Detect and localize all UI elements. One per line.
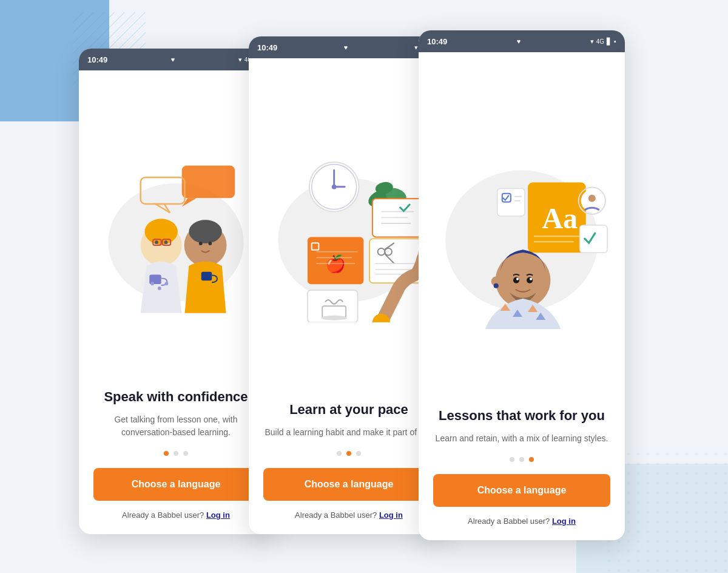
phone-1-dots (164, 451, 188, 456)
svg-point-12 (164, 241, 168, 245)
phone-3-dot-2[interactable] (519, 457, 524, 462)
phone-2-dot-3[interactable] (356, 451, 361, 456)
svg-point-30 (332, 185, 337, 189)
phone-1-illustration (93, 83, 258, 379)
phone-1-time: 10:49 (87, 55, 107, 64)
svg-point-75 (516, 277, 519, 280)
phone-2-login-link[interactable]: Log in (379, 510, 403, 520)
svg-point-76 (530, 277, 532, 280)
phones-container: 10:49 ♥ ▾ 4G ▋ ▪ (30, 30, 698, 555)
phone-1-content: Speak with confidence Get talking from l… (79, 70, 273, 534)
phone-2-cta-button[interactable]: Choose a language (263, 468, 434, 501)
svg-rect-24 (201, 272, 212, 281)
phone-3-heart-icon: ♥ (517, 38, 521, 45)
phone-1-title: Speak with confidence (104, 388, 248, 406)
phone-3-signal-icon: ▋ (607, 38, 612, 46)
phone-3-status-icons: ▾ 4G ▋ ▪ (590, 38, 616, 46)
phone-1-dot-1[interactable] (164, 451, 169, 456)
phone-3-dot-1[interactable] (510, 457, 514, 462)
phone-3-content: Aa (419, 52, 625, 540)
phone-1-cta-button[interactable]: Choose a language (93, 468, 258, 501)
phone-3-title: Lessons that work for you (439, 407, 605, 425)
phone-2-time: 10:49 (257, 43, 277, 52)
svg-point-18 (158, 286, 161, 290)
svg-rect-61 (497, 188, 525, 215)
phone-3: 10:49 ♥ ▾ 4G ▋ ▪ Aa (419, 30, 625, 540)
phone-3-time: 10:49 (427, 37, 447, 46)
phone-3-login-link[interactable]: Log in (552, 517, 576, 526)
phone-1-wifi-icon: ▾ (238, 56, 242, 64)
phone-1-dot-2[interactable] (174, 451, 178, 456)
phone-3-illustration: Aa (433, 64, 610, 398)
phone-2-title: Learn at your pace (289, 401, 408, 419)
svg-point-55 (321, 316, 347, 320)
phone-1-login-link[interactable]: Log in (206, 510, 230, 520)
phone-1: 10:49 ♥ ▾ 4G ▋ ▪ (79, 49, 273, 534)
phone-3-battery-icon: ▪ (614, 38, 616, 45)
phone-1-heart-icon: ♥ (171, 56, 175, 63)
phone-3-wifi-icon: ▾ (590, 38, 594, 46)
phone-2-heart-icon: ♥ (344, 44, 348, 51)
svg-point-67 (588, 194, 596, 202)
phone-3-subtitle: Learn and retain, with a mix of learning… (436, 432, 608, 445)
phone-2-dot-1[interactable] (337, 451, 342, 456)
phone-2-dot-2[interactable] (346, 451, 351, 456)
phone-2-login-prompt: Already a Babbel user? Log in (295, 510, 403, 520)
svg-point-73 (513, 277, 519, 283)
phone-1-subtitle: Get talking from lesson one, with conver… (93, 413, 258, 439)
phone-3-network-label: 4G (596, 38, 604, 45)
phone-1-status-bar: 10:49 ♥ ▾ 4G ▋ ▪ (79, 49, 273, 70)
phone-2-dots (337, 451, 361, 456)
phone-1-dot-3[interactable] (183, 451, 188, 456)
svg-point-21 (189, 220, 221, 244)
svg-point-17 (150, 282, 154, 286)
phone-3-login-prompt: Already a Babbel user? Log in (468, 517, 576, 526)
phone-1-illustration-svg (93, 142, 258, 319)
svg-rect-5 (182, 166, 235, 198)
phone-3-dot-3[interactable] (529, 457, 534, 462)
phone-3-status-bar: 10:49 ♥ ▾ 4G ▋ ▪ (419, 30, 625, 52)
phone-2-subtitle: Build a learning habit and make it part … (265, 426, 433, 439)
phone-2-illustration-svg: 🍎 (263, 140, 434, 322)
phone-3-illustration-svg: Aa (433, 134, 610, 329)
phone-3-cta-button[interactable]: Choose a language (433, 474, 610, 507)
phone-1-login-prompt: Already a Babbel user? Log in (122, 510, 230, 520)
svg-point-72 (494, 283, 499, 288)
svg-point-11 (155, 241, 158, 245)
svg-point-19 (165, 282, 169, 286)
phone-2-illustration: 🍎 (263, 70, 434, 392)
svg-point-22 (199, 242, 203, 246)
phone-3-dots (510, 457, 534, 462)
svg-point-23 (208, 242, 212, 246)
svg-point-74 (527, 277, 533, 283)
svg-text:Aa: Aa (542, 202, 578, 234)
phone-2-wifi-icon: ▾ (414, 44, 418, 52)
